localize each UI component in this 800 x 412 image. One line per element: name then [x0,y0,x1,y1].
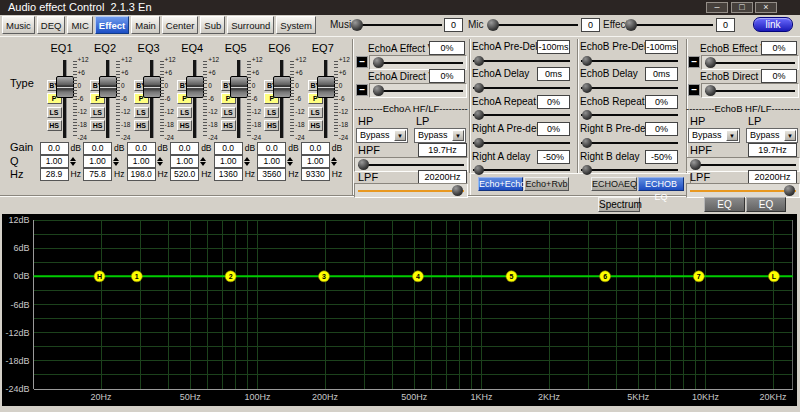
right-b-pre-delay-slider[interactable] [581,142,678,144]
echoa-effect-vol-slider[interactable] [369,55,467,70]
eq-eq1-gain-value[interactable]: 0.0 [40,142,69,155]
eq-eq1-ls-button[interactable]: LS [47,107,62,118]
eq-eq3-freq-value[interactable]: 198.0 [127,168,156,181]
echob-lp-select[interactable]: Bypass ▼ [746,128,798,143]
chevron-down-icon[interactable]: ▼ [784,130,796,141]
chart-marker-l[interactable]: L [768,271,779,282]
eq-eq5-gain-value[interactable]: 0.0 [214,142,243,155]
eq-eq5-hs-button[interactable]: HS [221,120,236,131]
echoa-effect-vol-minus-button[interactable]: – [356,56,368,68]
music-volume-slider[interactable] [354,24,442,26]
eq-fader-thumb[interactable] [56,76,74,98]
tab-music[interactable]: Music [2,16,35,34]
eq-eq4-hs-button[interactable]: HS [177,120,192,131]
echoa-delay-value[interactable]: 0ms [537,67,570,81]
eq-fader-thumb[interactable] [273,76,291,98]
chart-marker-3[interactable]: 3 [319,271,330,282]
eq-fader-thumb[interactable] [99,76,117,98]
effect-volume-value[interactable]: 0 [716,18,735,32]
slider-knob[interactable] [474,110,484,120]
spinner-up-icon[interactable] [331,157,337,161]
echob-repeat-value[interactable]: 0% [645,95,678,109]
music-slider-knob[interactable] [351,19,363,31]
eq-eq5-q-value[interactable]: 1.00 [214,155,243,168]
spinner-up-icon[interactable] [157,157,163,161]
spinner-down-icon[interactable] [113,162,119,166]
right-a-delay-value[interactable]: -50% [537,150,570,164]
eq-fader-thumb[interactable] [317,76,335,98]
eq-q-spinner[interactable] [331,156,339,167]
chart-marker-6[interactable]: 6 [600,271,611,282]
echob-direct-vol-value[interactable]: 0% [761,69,797,83]
eq-eq6-ls-button[interactable]: LS [264,107,279,118]
eq-eq6-q-value[interactable]: 1.00 [257,155,286,168]
eq-q-spinner[interactable] [70,156,78,167]
tab-surround[interactable]: Surround [227,16,274,34]
eq-eq6-gain-value[interactable]: 0.0 [257,142,286,155]
eq-q-spinner[interactable] [244,156,252,167]
eq-eq6-freq-value[interactable]: 3560 [257,168,286,181]
echoa-repeat-slider[interactable] [473,114,570,116]
tab-main[interactable]: Main [131,16,160,34]
link-button[interactable]: link [753,17,793,32]
echoa-direct-vol-minus-button[interactable]: – [356,84,368,96]
slider-knob[interactable] [452,185,463,196]
slider-knob[interactable] [358,159,369,170]
right-a-pre-delay-value[interactable]: 0% [537,122,570,136]
eq-eq3-gain-value[interactable]: 0.0 [127,142,156,155]
right-b-delay-slider[interactable] [581,169,678,171]
tab-effect[interactable]: Effect [95,16,129,34]
eq-eq7-gain-value[interactable]: 0.0 [301,142,330,155]
spinner-up-icon[interactable] [70,157,76,161]
slider-knob[interactable] [705,57,716,68]
right-a-pre-delay-slider[interactable] [473,142,570,144]
echob-eq-button[interactable]: ECHOB EQ [638,177,684,191]
echoa-lpf-slider[interactable] [354,183,468,198]
echoa-lp-select[interactable]: Bypass ▼ [414,128,466,143]
tab-center[interactable]: Center [162,16,199,34]
effect-slider-knob[interactable] [625,19,637,31]
echoa-hpf-value[interactable]: 19.7Hz [418,143,467,157]
spinner-up-icon[interactable] [287,157,293,161]
tab-sub[interactable]: Sub [200,16,225,34]
eq-eq5-freq-value[interactable]: 1360 [214,168,243,181]
slider-knob[interactable] [690,159,701,170]
eq-fader-thumb[interactable] [230,76,248,98]
spinner-down-icon[interactable] [287,162,293,166]
chart-marker-4[interactable]: 4 [412,271,423,282]
echoa-delay-slider[interactable] [473,87,570,89]
echob-direct-vol-minus-button[interactable]: – [688,84,700,96]
slider-knob[interactable] [582,110,592,120]
echob-pre-delay-value[interactable]: -100ms [645,40,678,54]
eq-eq1-freq-value[interactable]: 28.9 [40,168,69,181]
eq-eq2-q-value[interactable]: 1.00 [83,155,112,168]
echoa-pre-delay-value[interactable]: -100ms [537,40,570,54]
chart-marker-h[interactable]: H [94,271,105,282]
slider-knob[interactable] [582,83,592,93]
echob-effect-vol-minus-button[interactable]: – [688,56,700,68]
eq-eq3-q-value[interactable]: 1.00 [127,155,156,168]
echo-rvb-button[interactable]: Echo+Rvb [524,177,569,191]
spinner-down-icon[interactable] [200,162,206,166]
right-b-delay-value[interactable]: -50% [645,150,678,164]
eq-eq2-gain-value[interactable]: 0.0 [83,142,112,155]
eq-q-spinner[interactable] [157,156,165,167]
tab-mic[interactable]: MIC [67,16,92,34]
slider-knob[interactable] [373,85,384,96]
chart-marker-2[interactable]: 2 [225,271,236,282]
eq-eq3-hs-button[interactable]: HS [134,120,149,131]
eq-eq4-ls-button[interactable]: LS [177,107,192,118]
echob-hpf-value[interactable]: 19.7Hz [748,143,797,157]
eq-eq5-ls-button[interactable]: LS [221,107,236,118]
slider-knob[interactable] [474,56,484,66]
minimize-button[interactable]: – [706,2,728,13]
echoa-pre-delay-slider[interactable] [473,60,570,62]
eq-eq2-hs-button[interactable]: HS [90,120,105,131]
echoaeq-button[interactable]: ECHOAEQ [591,177,637,191]
echob-repeat-slider[interactable] [581,114,678,116]
echob-lpf-value[interactable]: 20200Hz [748,170,797,184]
eq-fader-thumb[interactable] [186,76,204,98]
slider-knob[interactable] [784,185,795,196]
echob-pre-delay-slider[interactable] [581,60,678,62]
mic-volume-value[interactable]: 0 [581,18,600,32]
